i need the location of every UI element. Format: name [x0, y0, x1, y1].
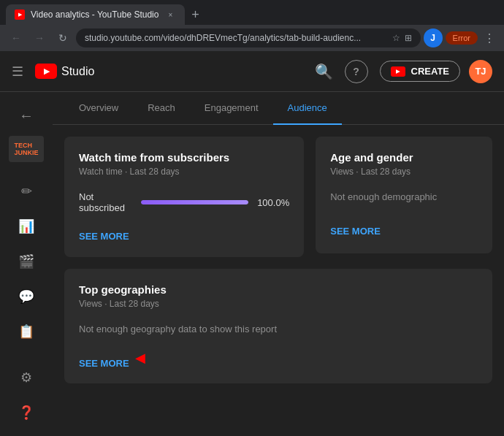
- watch-time-subtitle: Watch time · Last 28 days: [79, 167, 289, 177]
- logo[interactable]: Studio: [35, 64, 94, 79]
- sidebar-back-button[interactable]: ←: [9, 98, 44, 133]
- settings-icon: ⚙: [20, 370, 32, 386]
- geographies-see-more[interactable]: SEE MORE: [79, 358, 129, 369]
- geographies-title: Top geographies: [79, 283, 478, 296]
- progress-bar: [141, 200, 248, 204]
- sidebar-item-settings[interactable]: ⚙: [6, 360, 47, 395]
- tab-bar: Video analytics - YouTube Studio × +: [0, 0, 504, 25]
- subtitles-icon: 📋: [18, 324, 34, 340]
- age-gender-see-more[interactable]: SEE MORE: [330, 226, 381, 237]
- tab-favicon: [15, 9, 25, 20]
- geographies-subtitle: Views · Last 28 days: [79, 299, 478, 309]
- edit-icon: ✏: [21, 183, 32, 199]
- main-content: Overview Reach Engagement Audience Watch…: [53, 92, 504, 436]
- tab-reach[interactable]: Reach: [133, 92, 190, 125]
- tab-engagement[interactable]: Engagement: [190, 92, 273, 125]
- search-button[interactable]: 🔍: [315, 63, 333, 80]
- help-icon: ❓: [18, 405, 34, 421]
- sidebar-item-help[interactable]: ❓: [6, 395, 47, 430]
- analytics-tabs: Overview Reach Engagement Audience: [53, 92, 504, 125]
- top-geographies-card: Top geographies Views · Last 28 days Not…: [64, 269, 492, 383]
- new-tab-button[interactable]: +: [185, 4, 205, 25]
- age-gender-not-enough: Not enough demographic: [330, 191, 478, 202]
- channel-thumbnail[interactable]: TECHJUNKIE: [9, 136, 44, 162]
- forward-button[interactable]: →: [29, 28, 50, 48]
- tab-close-button[interactable]: ×: [164, 9, 176, 20]
- sidebar-item-subtitles[interactable]: 📋: [6, 314, 47, 349]
- sidebar-item-analytics[interactable]: 📊: [6, 209, 47, 244]
- analytics-icon: 📊: [18, 218, 34, 234]
- app: ☰ Studio 🔍 ? CREATE TJ ← TECHJUNKIE ✏ 📊: [0, 51, 504, 436]
- url-icons: ☆ ⊞: [392, 33, 412, 43]
- watch-time-see-more[interactable]: SEE MORE: [79, 231, 129, 242]
- videos-icon: 🎬: [18, 253, 34, 269]
- app-header: ☰ Studio 🔍 ? CREATE TJ: [0, 51, 504, 92]
- url-text: studio.youtube.com/video/dhDREVmecTg/ana…: [85, 33, 388, 43]
- percent-value: 100.0%: [257, 197, 289, 208]
- help-button[interactable]: ?: [345, 60, 368, 83]
- profile-button[interactable]: J: [424, 28, 443, 47]
- progress-fill: [141, 200, 248, 204]
- red-arrow-icon: ◀: [135, 350, 145, 366]
- cards-row-top: Watch time from subscribers Watch time ·…: [64, 137, 492, 257]
- comments-icon: 💬: [18, 288, 34, 305]
- create-button[interactable]: CREATE: [380, 61, 460, 82]
- puzzle-icon[interactable]: ⊞: [405, 33, 412, 43]
- geographies-not-enough: Not enough geography data to show this r…: [79, 324, 478, 334]
- sidebar-item-edit[interactable]: ✏: [6, 174, 47, 209]
- error-button[interactable]: Error: [446, 31, 478, 45]
- create-label: CREATE: [411, 66, 449, 77]
- youtube-logo-icon: [35, 64, 57, 79]
- watch-time-row: Not subscribed 100.0%: [79, 191, 289, 213]
- url-bar[interactable]: studio.youtube.com/video/dhDREVmecTg/ana…: [76, 28, 421, 47]
- hamburger-menu-button[interactable]: ☰: [12, 64, 23, 80]
- browser-menu-button[interactable]: ⋮: [481, 31, 498, 45]
- watch-time-title: Watch time from subscribers: [79, 151, 289, 164]
- watch-time-card: Watch time from subscribers Watch time ·…: [64, 137, 304, 257]
- age-gender-subtitle: Views · Last 28 days: [330, 167, 478, 177]
- star-icon[interactable]: ☆: [392, 33, 400, 43]
- studio-label: Studio: [61, 65, 94, 78]
- sidebar-item-videos[interactable]: 🎬: [6, 244, 47, 279]
- sidebar-bottom: ⚙ ❓: [6, 360, 47, 430]
- tab-overview[interactable]: Overview: [64, 92, 133, 125]
- browser-chrome: Video analytics - YouTube Studio × + ← →…: [0, 0, 504, 51]
- create-icon: [391, 66, 405, 77]
- not-subscribed-label: Not subscribed: [79, 191, 132, 213]
- tab-title: Video analytics - YouTube Studio: [31, 9, 159, 20]
- sidebar: ← TECHJUNKIE ✏ 📊 🎬 💬 📋 ⚙: [0, 92, 53, 436]
- geographies-see-more-row: SEE MORE ◀: [79, 346, 478, 369]
- sidebar-item-comments[interactable]: 💬: [6, 279, 47, 314]
- refresh-button[interactable]: ↻: [53, 28, 73, 48]
- address-bar: ← → ↻ studio.youtube.com/video/dhDREVmec…: [0, 25, 504, 51]
- age-gender-card: Age and gender Views · Last 28 days Not …: [316, 137, 492, 253]
- content-area: Watch time from subscribers Watch time ·…: [53, 125, 504, 395]
- back-button[interactable]: ←: [6, 28, 26, 48]
- app-body: ← TECHJUNKIE ✏ 📊 🎬 💬 📋 ⚙: [0, 92, 504, 436]
- age-gender-title: Age and gender: [330, 151, 478, 164]
- user-avatar[interactable]: TJ: [469, 60, 492, 83]
- tab-audience[interactable]: Audience: [273, 92, 342, 125]
- active-tab[interactable]: Video analytics - YouTube Studio ×: [6, 4, 185, 25]
